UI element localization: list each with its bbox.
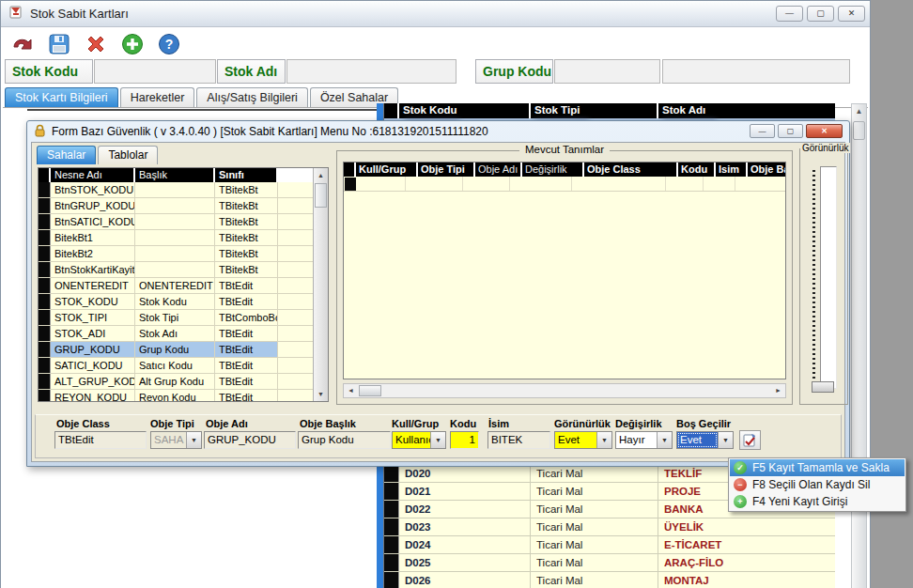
save-icon[interactable] xyxy=(47,32,71,56)
obje-tipi-combo[interactable]: SAHA▼ xyxy=(150,431,202,449)
scrollbar-thumb[interactable] xyxy=(315,183,327,208)
baslik-header[interactable]: Başlık xyxy=(135,168,215,182)
obje-adi-header[interactable]: Obje Adı xyxy=(475,162,522,177)
grup-kodu-field[interactable] xyxy=(554,59,660,84)
header-marker-cell xyxy=(39,168,51,182)
isim-input[interactable]: BITEK xyxy=(487,431,550,449)
definitions-table-header: Kull/Grup Obje Tipi Obje Adı Değişirlik … xyxy=(344,162,785,177)
gorunurluk-combo[interactable]: Evet▼ xyxy=(554,431,612,449)
scroll-right-icon[interactable]: ► xyxy=(771,384,785,397)
obje-adi-input[interactable]: GRUP_KODU xyxy=(204,431,296,449)
table-row[interactable]: D024 Ticari Mal E-TİCARET xyxy=(384,536,835,554)
delete-icon[interactable] xyxy=(84,32,108,56)
scroll-down-icon[interactable]: ▼ xyxy=(314,387,328,401)
dialog-tab[interactable]: Tablolar xyxy=(98,146,158,164)
chevron-down-icon[interactable]: ▼ xyxy=(718,432,733,448)
main-tab[interactable]: Stok Kartı Bilgileri xyxy=(5,87,118,108)
degisirlik-combo[interactable]: Hayır▼ xyxy=(615,431,673,449)
scroll-left-icon[interactable]: ◄ xyxy=(344,384,358,397)
scroll-up-icon[interactable]: ▲ xyxy=(314,168,328,182)
stock-kodu-header[interactable]: Stok Kodu xyxy=(399,103,531,118)
nesne-adi-cell: GRUP_KODU xyxy=(51,342,135,357)
stock-grid-vscrollbar[interactable]: ▲ xyxy=(851,103,867,588)
dialog-minimize-button[interactable]: — xyxy=(750,124,775,138)
row-marker xyxy=(384,572,399,588)
row-marker xyxy=(384,501,399,518)
kull-grup-combo[interactable]: Kullanıc▼ xyxy=(392,431,446,449)
table-row[interactable]: REYON_KODU Reyon Kodu TBtEdit xyxy=(39,390,328,402)
isim-header[interactable]: Isim xyxy=(716,162,748,177)
sinifi-cell: TBtEdit xyxy=(215,358,278,373)
slider-handle[interactable] xyxy=(812,381,834,393)
kull-grup-header[interactable]: Kull/Grup xyxy=(356,162,418,177)
table-row[interactable]: BtnSTOK_KODU TBitekBt xyxy=(39,182,328,198)
obje-class-input[interactable]: TBtEdit xyxy=(54,431,147,449)
scroll-up-icon[interactable]: ▲ xyxy=(852,104,866,118)
obje-baslik-input[interactable]: Grup Kodu xyxy=(298,431,391,449)
menu-item[interactable]: − F8 Seçili Olan Kaydı Sil xyxy=(730,476,905,493)
visibility-slider[interactable] xyxy=(820,166,837,389)
sinifi-cell: TBtEdit xyxy=(215,278,278,293)
table-row[interactable]: STOK_TIPI Stok Tipi TBtComboBox xyxy=(39,310,328,326)
chevron-down-icon[interactable]: ▼ xyxy=(186,432,201,448)
stock-grid-header: Stok Kodu Stok Tipi Stok Adı xyxy=(384,103,835,118)
minimize-button[interactable]: — xyxy=(776,6,803,22)
degisirlik-header[interactable]: Değişirlik xyxy=(522,162,584,177)
extra-field[interactable] xyxy=(662,59,850,84)
help-icon[interactable]: ? xyxy=(157,32,181,56)
sinifi-cell: TBtEdit xyxy=(215,326,278,341)
add-icon[interactable] xyxy=(120,32,145,56)
table-row[interactable]: SATICI_KODU Satıcı Kodu TBtEdit xyxy=(39,358,328,374)
undo-icon[interactable] xyxy=(10,32,35,56)
table-row[interactable]: ONENTEREDIT ONENTEREDIT TBtEdit xyxy=(39,278,328,294)
confirm-record-button[interactable] xyxy=(739,430,761,450)
menu-item[interactable]: + F4 Yeni Kayıt Girişi xyxy=(730,493,905,510)
obje-tipi-header[interactable]: Obje Tipi xyxy=(418,162,475,177)
obje-baslik-header[interactable]: Obje Başlık xyxy=(748,162,785,177)
stock-tipi-header[interactable]: Stok Tipi xyxy=(531,103,658,118)
chevron-down-icon[interactable]: ▼ xyxy=(657,432,672,448)
table-row[interactable]: D026 Ticari Mal MONTAJ xyxy=(384,572,835,588)
kodu-header[interactable]: Kodu xyxy=(678,162,716,177)
fields-table-header: Nesne Adı Başlık Sınıfı xyxy=(39,168,328,182)
close-button[interactable]: ✕ xyxy=(838,6,865,22)
stok-kodu-field[interactable] xyxy=(94,59,216,84)
chevron-down-icon[interactable]: ▼ xyxy=(596,432,611,448)
table-row[interactable]: BtnSATICI_KODU TBitekBt xyxy=(39,214,328,230)
kodu-input[interactable]: 1 xyxy=(450,431,479,449)
dialog-tab[interactable]: Sahalar xyxy=(37,146,96,164)
lock-icon xyxy=(34,124,46,140)
obje-class-header[interactable]: Obje Class xyxy=(584,162,678,177)
table-row[interactable]: STOK_KODU Stok Kodu TBtEdit xyxy=(39,294,328,310)
scrollbar-thumb[interactable] xyxy=(853,121,865,140)
table-row[interactable]: ALT_GRUP_KODU Alt Grup Kodu TBtEdit xyxy=(39,374,328,390)
table-row[interactable]: STOK_ADI Stok Adı TBtEdit xyxy=(39,326,328,342)
baslik-cell: Grup Kodu xyxy=(135,342,215,357)
dialog-close-button[interactable]: ✕ xyxy=(806,124,843,138)
fields-table-vscrollbar[interactable]: ▲ ▼ xyxy=(313,168,328,401)
stok-adi-field[interactable] xyxy=(286,59,456,84)
row-marker xyxy=(384,483,399,500)
bos-gecilir-combo[interactable]: Evet▼ xyxy=(676,431,734,449)
table-row[interactable]: D023 Ticari Mal ÜYELİK xyxy=(384,518,835,536)
stock-adi-header[interactable]: Stok Adı xyxy=(658,103,835,118)
menu-item[interactable]: ✓ F5 Kayıt Tamamla ve Sakla xyxy=(730,459,905,476)
definitions-hscrollbar[interactable]: ◄ ► xyxy=(343,383,786,398)
dialog-maximize-button[interactable]: ▢ xyxy=(778,124,803,138)
baslik-cell xyxy=(135,214,215,229)
table-row[interactable]: BitekBt1 TBitekBt xyxy=(39,230,328,246)
baslik-cell xyxy=(135,246,215,261)
table-row[interactable]: BitekBt2 TBitekBt xyxy=(39,246,328,262)
main-tab[interactable]: Alış/Satış Bilgileri xyxy=(196,87,308,108)
nesne-adi-header[interactable]: Nesne Adı xyxy=(51,168,135,182)
empty-row[interactable] xyxy=(344,177,785,192)
sinifi-header[interactable]: Sınıfı xyxy=(215,168,278,182)
scrollbar-thumb[interactable] xyxy=(359,385,381,396)
maximize-button[interactable]: ▢ xyxy=(807,6,834,22)
chevron-down-icon[interactable]: ▼ xyxy=(430,432,445,448)
table-row[interactable]: BtnStokKartiKayit TBitekBt xyxy=(39,262,328,278)
main-tab[interactable]: Hareketler xyxy=(120,87,195,108)
table-row[interactable]: BtnGRUP_KODU TBitekBt xyxy=(39,198,328,214)
table-row[interactable]: GRUP_KODU Grup Kodu TBtEdit xyxy=(39,342,328,358)
table-row[interactable]: D025 Ticari Mal ARAÇ-FİLO xyxy=(384,554,835,572)
